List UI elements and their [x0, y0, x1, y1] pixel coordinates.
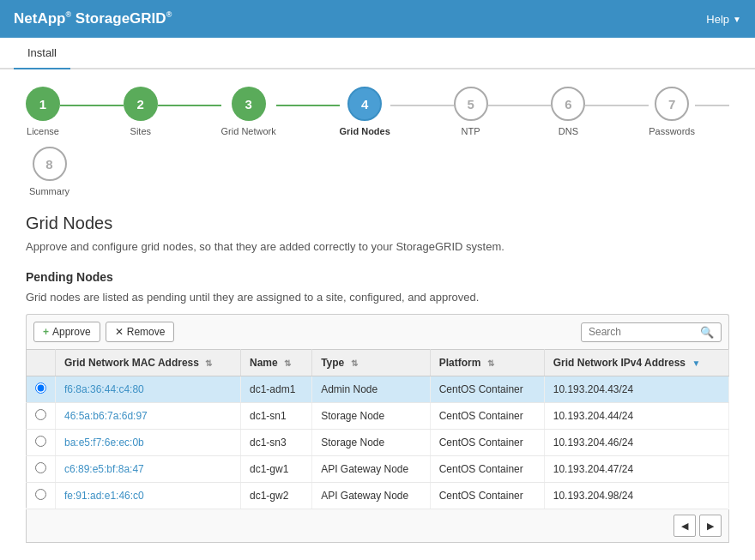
step-1[interactable]: 1 License [26, 87, 60, 136]
cell-platform: CentOS Container [430, 403, 544, 430]
sort-name-icon[interactable]: ⇅ [284, 358, 291, 368]
cell-platform: CentOS Container [430, 483, 544, 509]
cell-ipv4: 10.193.204.98/24 [544, 483, 728, 509]
step-circle-2: 2 [124, 87, 158, 121]
step-circle-4: 4 [347, 87, 382, 121]
plus-icon: + [43, 326, 49, 338]
help-arrow-icon: ▼ [733, 15, 741, 24]
step-label-2: Sites [130, 126, 151, 136]
row-radio-cell[interactable] [27, 376, 56, 403]
row-radio-cell[interactable] [27, 456, 56, 483]
search-input[interactable] [589, 326, 700, 338]
search-icon[interactable]: 🔍 [700, 326, 714, 339]
step-circle-6: 6 [551, 87, 585, 121]
connector-2-3 [158, 105, 221, 106]
connector-3-4 [276, 105, 340, 106]
row-radio-cell[interactable] [27, 483, 56, 509]
table-row[interactable]: f6:8a:36:44:c4:80 dc1-adm1 Admin Node Ce… [27, 376, 729, 403]
step-label-3: Grid Network [221, 126, 276, 136]
remove-button[interactable]: ✕ Remove [106, 322, 175, 342]
approve-label: Approve [52, 326, 91, 338]
row-radio[interactable] [35, 489, 46, 500]
table-row[interactable]: c6:89:e5:bf:8a:47 dc1-gw1 API Gateway No… [27, 456, 729, 483]
app-logo: NetApp® StorageGRID® [14, 10, 172, 27]
step-label-4: Grid Nodes [340, 126, 390, 136]
row-radio[interactable] [35, 382, 46, 394]
tab-bar: Install [0, 38, 755, 69]
step-7[interactable]: 7 Passwords [649, 87, 695, 136]
cell-type: API Gateway Node [312, 456, 431, 483]
table-row[interactable]: ba:e5:f7:6e:ec:0b dc1-sn3 Storage Node C… [27, 430, 729, 456]
sort-mac-icon[interactable]: ⇅ [205, 358, 212, 368]
connector-6-7 [585, 105, 649, 106]
help-label: Help [706, 13, 729, 26]
cell-platform: CentOS Container [430, 376, 544, 403]
table-wrapper: Grid Network MAC Address ⇅ Name ⇅ Type ⇅ [26, 349, 729, 509]
connector-1-2 [60, 105, 124, 106]
step-circle-5: 5 [454, 87, 488, 121]
stepper: 1 License 2 Sites 3 Grid Network 4 Grid … [26, 87, 729, 136]
pending-nodes-section: Pending Nodes Grid nodes are listed as p… [26, 270, 729, 543]
cell-name: dc1-sn1 [241, 403, 312, 430]
step-circle-8: 8 [33, 147, 67, 181]
section-desc: Grid nodes are listed as pending until t… [26, 291, 729, 304]
next-page-button[interactable]: ▶ [699, 515, 722, 537]
prev-page-button[interactable]: ◀ [673, 515, 696, 537]
step-label-7: Passwords [649, 126, 695, 136]
cell-type: API Gateway Node [312, 483, 431, 509]
step-3[interactable]: 3 Grid Network [221, 87, 276, 136]
table-row[interactable]: fe:91:ad:e1:46:c0 dc1-gw2 API Gateway No… [27, 483, 729, 509]
page-title: Grid Nodes [26, 214, 729, 233]
header: NetApp® StorageGRID® Help ▼ [0, 0, 755, 38]
row-radio[interactable] [35, 409, 46, 420]
row-radio[interactable] [35, 462, 46, 473]
page-description: Approve and configure grid nodes, so tha… [26, 240, 729, 253]
cell-type: Storage Node [312, 403, 431, 430]
step-4[interactable]: 4 Grid Nodes [340, 87, 390, 136]
cell-ipv4: 10.193.204.44/24 [544, 403, 728, 430]
cell-mac: fe:91:ad:e1:46:c0 [56, 483, 241, 509]
col-mac: Grid Network MAC Address ⇅ [56, 350, 241, 376]
table-row[interactable]: 46:5a:b6:7a:6d:97 dc1-sn1 Storage Node C… [27, 403, 729, 430]
x-icon: ✕ [115, 326, 124, 338]
step-label-6: DNS [559, 126, 578, 136]
connector-7-8 [695, 105, 729, 106]
pagination-bar: ◀ ▶ [26, 509, 729, 543]
sort-type-icon[interactable]: ⇅ [351, 358, 358, 368]
step-label-5: NTP [462, 126, 480, 136]
row-radio-cell[interactable] [27, 430, 56, 456]
help-menu[interactable]: Help ▼ [706, 13, 741, 26]
cell-ipv4: 10.193.204.46/24 [544, 430, 728, 456]
sort-ipv4-icon[interactable]: ▼ [692, 358, 700, 368]
nodes-table: Grid Network MAC Address ⇅ Name ⇅ Type ⇅ [26, 349, 729, 509]
cell-ipv4: 10.193.204.47/24 [544, 456, 728, 483]
cell-mac: ba:e5:f7:6e:ec:0b [56, 430, 241, 456]
row-radio-cell[interactable] [27, 403, 56, 430]
cell-mac: f6:8a:36:44:c4:80 [56, 376, 241, 403]
step-2[interactable]: 2 Sites [124, 87, 158, 136]
cell-platform: CentOS Container [430, 456, 544, 483]
row-radio[interactable] [35, 436, 46, 447]
cell-mac: c6:89:e5:bf:8a:47 [56, 456, 241, 483]
col-platform: Platform ⇅ [430, 350, 544, 376]
cell-name: dc1-sn3 [241, 430, 312, 456]
col-ipv4: Grid Network IPv4 Address ▼ [544, 350, 728, 376]
step-5[interactable]: 5 NTP [454, 87, 488, 136]
step-label-1: License [27, 126, 59, 136]
col-radio [27, 350, 56, 376]
cell-name: dc1-gw1 [241, 456, 312, 483]
step-label-8: Summary [29, 186, 69, 196]
tab-install[interactable]: Install [14, 38, 70, 69]
table-header-row: Grid Network MAC Address ⇅ Name ⇅ Type ⇅ [27, 350, 729, 376]
cell-ipv4: 10.193.204.43/24 [544, 376, 728, 403]
step-6[interactable]: 6 DNS [551, 87, 585, 136]
section-title: Pending Nodes [26, 270, 729, 284]
approve-button[interactable]: + Approve [33, 322, 100, 342]
step-circle-3: 3 [232, 87, 266, 121]
remove-label: Remove [127, 326, 166, 338]
step-circle-1: 1 [26, 87, 60, 121]
cell-platform: CentOS Container [430, 430, 544, 456]
step-8[interactable]: 8 Summary [29, 147, 69, 196]
sort-platform-icon[interactable]: ⇅ [487, 358, 494, 368]
main-content: 1 License 2 Sites 3 Grid Network 4 Grid … [0, 69, 755, 560]
